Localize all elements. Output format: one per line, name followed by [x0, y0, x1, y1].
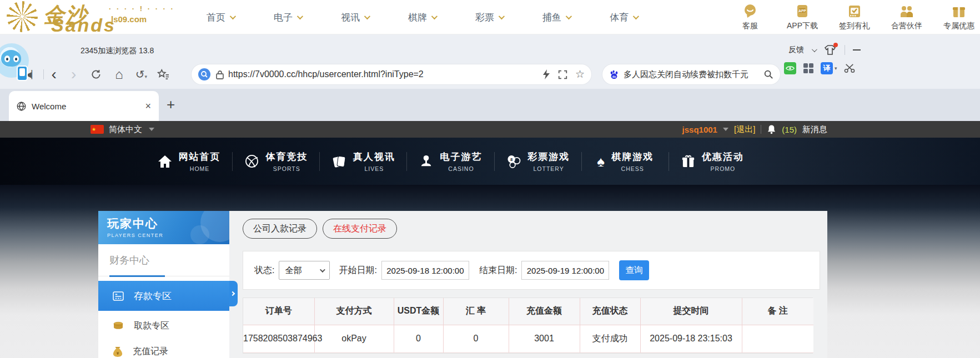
logo-sands: Sands	[51, 14, 116, 36]
money-bag-icon: ¥	[113, 346, 123, 357]
username[interactable]: jssq1001	[682, 125, 717, 134]
svg-text:¥: ¥	[117, 351, 119, 356]
end-date-input[interactable]: 2025-09-19 12:00:00	[521, 261, 609, 280]
query-button[interactable]: 查询	[619, 260, 649, 280]
table-row: 1758208503874963 okPay 0 0 3001 支付成功 202…	[243, 325, 813, 352]
chevron-down-icon	[431, 13, 438, 19]
bookmark-star-icon[interactable]: ☆	[575, 69, 585, 80]
end-date-label: 结束日期:	[479, 265, 517, 276]
browser-tab-welcome[interactable]: Welcome ×	[9, 91, 159, 121]
chevron-down-icon[interactable]	[812, 47, 817, 52]
quick-vip-promo[interactable]: 专属优惠	[935, 3, 980, 31]
chevron-right-icon	[230, 291, 235, 296]
nav-slots[interactable]: 电子	[274, 11, 301, 24]
nav-video[interactable]: 视讯	[341, 11, 369, 24]
forward-button[interactable]: ›	[71, 66, 76, 83]
quick-service[interactable]: 客服	[726, 3, 774, 31]
quick-app-download[interactable]: APP APP下载	[778, 3, 826, 31]
refresh-button[interactable]	[91, 69, 102, 80]
logo-dots: · · · · ! · · · ·	[109, 4, 175, 13]
tab-online-payment-record[interactable]: 在线支付记录	[323, 219, 397, 239]
url-bar[interactable]: https://7v0000.cc/hhcp/usercenter.html?i…	[192, 64, 591, 84]
nav-lottery[interactable]: 彩票	[475, 11, 503, 24]
favorites-star-icon[interactable]	[157, 69, 169, 80]
mascot-eye	[13, 56, 19, 62]
sidebar-item-deposit[interactable]: 存款专区	[98, 281, 229, 311]
close-tab-icon[interactable]: ×	[145, 100, 151, 112]
hot-search-text[interactable]: 多人因忘关闭自动续费被扣数千元	[624, 69, 763, 80]
mainnav-casino[interactable]: 电子游艺CASINO	[407, 138, 494, 185]
mainnav-lottery[interactable]: 8 彩票游戏LOTTERY	[495, 138, 582, 185]
lottery-balls-icon: 8	[506, 154, 521, 168]
sidebar-item-recharge-record[interactable]: ¥ 充值记录	[98, 339, 229, 358]
chevron-down-icon[interactable]: ▾	[835, 65, 837, 71]
sidebar-header: 玩家中心 PLAYERS CENTER	[98, 211, 229, 244]
new-tab-button[interactable]: +	[167, 95, 175, 113]
nav-fishing[interactable]: 捕鱼	[542, 11, 570, 24]
nav-home[interactable]: 首页	[207, 11, 234, 24]
svg-text:8: 8	[510, 157, 513, 162]
globe-favicon	[17, 102, 26, 111]
reader-lightning-icon[interactable]	[542, 69, 550, 79]
undo-button[interactable]: ↺▾	[135, 68, 147, 81]
eye-protect-icon[interactable]	[784, 62, 796, 74]
home-button[interactable]: ⌂	[115, 67, 123, 82]
site-header: 金沙 · · · · ! · · · · ls09.com Sands 首页 电…	[0, 0, 980, 34]
start-date-input[interactable]: 2025-09-18 12:00:00	[381, 261, 469, 280]
site-top-nav: 首页 电子 视讯 棋牌 彩票 捕鱼 体育	[207, 0, 637, 34]
sidebar-title: 玩家中心	[107, 216, 229, 231]
status-label: 状态:	[254, 265, 274, 276]
filter-bar: 状态: 全部 开始日期: 2025-09-18 12:00:00 结束日期: 2…	[243, 251, 820, 290]
sidebar-collapse-handle[interactable]	[229, 281, 238, 306]
cards-icon	[332, 154, 346, 169]
quick-partner[interactable]: 合营伙伴	[883, 3, 931, 31]
message-label[interactable]: 新消息	[802, 124, 827, 135]
nav-board[interactable]: 棋牌	[408, 11, 436, 24]
feedback-button[interactable]: 反馈	[788, 45, 804, 55]
screenshot-scan-icon[interactable]	[558, 70, 567, 79]
phone-badge-icon[interactable]	[17, 65, 28, 81]
language-selector[interactable]: 简体中文	[109, 124, 142, 135]
nav-sports[interactable]: 体育	[610, 11, 637, 24]
search-magnifier-icon[interactable]	[763, 69, 773, 79]
screenshot-scissors-icon[interactable]	[844, 63, 855, 73]
minimize-button[interactable]	[853, 49, 861, 51]
chevron-down-icon[interactable]	[723, 128, 728, 131]
mainnav-promo[interactable]: 优惠活动PROMO	[669, 138, 756, 185]
search-box[interactable]: du 多人因忘关闭自动续费被扣数千元	[602, 64, 780, 84]
quick-signin[interactable]: 签到有礼	[831, 3, 878, 31]
chevron-down-icon[interactable]	[149, 128, 154, 131]
col-recharge-amount: 充值金额	[509, 298, 580, 325]
sidebar-item-withdraw[interactable]: 取款专区	[98, 313, 229, 339]
col-submit-time: 提交时间	[640, 298, 742, 325]
payment-record-table: 订单号 支付方式 USDT金额 汇 率 充值金额 充值状态 提交时间 备 注 1…	[243, 298, 813, 354]
url-text[interactable]: https://7v0000.cc/hhcp/usercenter.html?i…	[228, 69, 542, 79]
gift-icon	[951, 3, 967, 19]
site-main-nav: 网站首页HOME 体育竞技SPORTS 真人视讯LIVES 电子游艺CASINO…	[0, 138, 980, 185]
tab-title: Welcome	[32, 102, 145, 111]
logout-link[interactable]: [退出]	[734, 124, 755, 135]
mainnav-sports[interactable]: 体育竞技SPORTS	[233, 138, 320, 185]
cell-pay-method: okPay	[314, 325, 394, 352]
tab-company-deposit-record[interactable]: 公司入款记录	[243, 219, 317, 239]
tab-strip: Welcome × +	[0, 89, 980, 121]
col-pay-method: 支付方式	[314, 298, 394, 325]
skin-button[interactable]	[823, 44, 837, 56]
col-note: 备 注	[742, 298, 813, 325]
chevron-down-icon	[364, 13, 370, 19]
apps-grid-icon[interactable]	[803, 63, 814, 74]
status-select[interactable]: 全部	[279, 261, 330, 280]
translate-icon[interactable]: 译	[821, 62, 833, 74]
notification-dot	[833, 43, 838, 47]
divider	[43, 69, 44, 79]
bell-icon[interactable]	[767, 124, 776, 134]
site-safety-shield-icon[interactable]	[198, 68, 210, 80]
mainnav-lives[interactable]: 真人视讯LIVES	[320, 138, 407, 185]
joystick-icon	[419, 154, 433, 168]
back-button[interactable]: ‹	[52, 66, 57, 83]
cell-submit-time: 2025-09-18 23:15:03	[640, 325, 742, 352]
mainnav-home[interactable]: 网站首页HOME	[145, 138, 233, 185]
cell-recharge-status: 支付成功	[580, 325, 640, 352]
mainnav-chess[interactable]: ♠ 棋牌游戏CHESS	[582, 138, 669, 185]
baidu-paw-icon: du	[609, 69, 619, 79]
